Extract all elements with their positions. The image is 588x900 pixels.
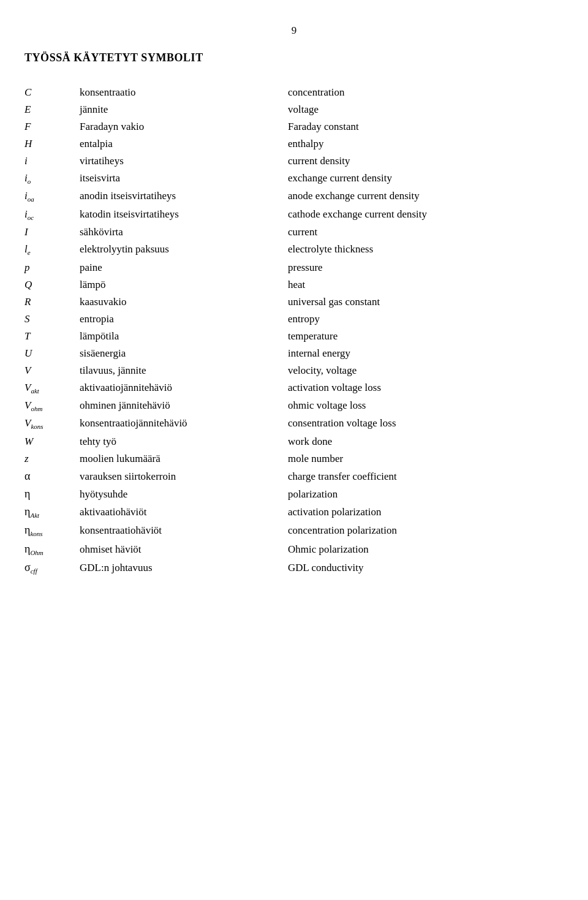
finnish-cell: tehty työ xyxy=(80,433,288,450)
symbol-cell: Q xyxy=(24,276,80,293)
finnish-cell: aktivaatiohäviöt xyxy=(80,503,288,521)
english-cell: current xyxy=(288,224,564,241)
symbol-cell: Vakt xyxy=(24,379,80,397)
symbol-cell: io xyxy=(24,170,80,187)
english-cell: pressure xyxy=(288,259,564,276)
finnish-cell: konsentraatio xyxy=(80,84,288,101)
english-cell: Ohmic polarization xyxy=(288,540,564,559)
table-row: Tlämpötilatemperature xyxy=(24,328,564,345)
symbol-cell: σcff xyxy=(24,559,80,577)
table-row: leelektrolyytin paksuuselectrolyte thick… xyxy=(24,241,564,259)
finnish-cell: kaasuvakio xyxy=(80,293,288,311)
english-cell: activation polarization xyxy=(288,503,564,521)
english-cell: charge transfer coefficient xyxy=(288,467,564,485)
finnish-cell: lämpötila xyxy=(80,328,288,345)
symbol-cell: H xyxy=(24,135,80,153)
english-cell: concentration polarization xyxy=(288,521,564,540)
symbol-cell: U xyxy=(24,345,80,362)
finnish-cell: entalpia xyxy=(80,135,288,153)
table-row: Sentropiaentropy xyxy=(24,311,564,328)
finnish-cell: konsentraatiojännitehäviö xyxy=(80,415,288,433)
finnish-cell: aktivaatiojännitehäviö xyxy=(80,379,288,397)
table-row: Isähkövirtacurrent xyxy=(24,224,564,241)
table-row: Vkonskonsentraatiojännitehäviöconsentrat… xyxy=(24,415,564,433)
table-row: Wtehty työwork done xyxy=(24,433,564,450)
english-cell: electrolyte thickness xyxy=(288,241,564,259)
english-cell: voltage xyxy=(288,101,564,118)
english-cell: activation voltage loss xyxy=(288,379,564,397)
english-cell: anode exchange current density xyxy=(288,187,564,205)
symbol-cell: W xyxy=(24,433,80,450)
table-row: ppainepressure xyxy=(24,259,564,276)
english-cell: current density xyxy=(288,153,564,170)
finnish-cell: moolien lukumäärä xyxy=(80,450,288,467)
finnish-cell: tilavuus, jännite xyxy=(80,362,288,379)
finnish-cell: katodin itseisvirtatiheys xyxy=(80,206,288,224)
english-cell: heat xyxy=(288,276,564,293)
english-cell: enthalpy xyxy=(288,135,564,153)
finnish-cell: Faradayn vakio xyxy=(80,118,288,135)
symbols-table: CkonsentraatioconcentrationEjännitevolta… xyxy=(24,84,564,577)
english-cell: consentration voltage loss xyxy=(288,415,564,433)
symbol-cell: E xyxy=(24,101,80,118)
symbol-cell: V xyxy=(24,362,80,379)
english-cell: GDL conductivity xyxy=(288,559,564,577)
finnish-cell: sisäenergia xyxy=(80,345,288,362)
symbol-cell: ηAkt xyxy=(24,503,80,521)
table-row: ηhyötysuhdepolarization xyxy=(24,485,564,503)
english-cell: ohmic voltage loss xyxy=(288,397,564,415)
symbol-cell: p xyxy=(24,259,80,276)
table-row: Ckonsentraatioconcentration xyxy=(24,84,564,101)
symbol-cell: η xyxy=(24,485,80,503)
finnish-cell: hyötysuhde xyxy=(80,485,288,503)
table-row: Hentalpiaenthalpy xyxy=(24,135,564,153)
english-cell: velocity, voltage xyxy=(288,362,564,379)
english-cell: universal gas constant xyxy=(288,293,564,311)
symbol-cell: Vohm xyxy=(24,397,80,415)
symbol-cell: ηOhm xyxy=(24,540,80,559)
table-row: Ejännitevoltage xyxy=(24,101,564,118)
symbol-cell: Vkons xyxy=(24,415,80,433)
table-row: zmoolien lukumäärämole number xyxy=(24,450,564,467)
finnish-cell: lämpö xyxy=(80,276,288,293)
symbol-cell: ηkons xyxy=(24,521,80,540)
table-row: Usisäenergiainternal energy xyxy=(24,345,564,362)
table-row: Qlämpöheat xyxy=(24,276,564,293)
table-row: σcffGDL:n johtavuusGDL conductivity xyxy=(24,559,564,577)
table-row: Rkaasuvakiouniversal gas constant xyxy=(24,293,564,311)
symbol-cell: ioa xyxy=(24,187,80,205)
table-row: ηOhmohmiset häviötOhmic polarization xyxy=(24,540,564,559)
symbol-cell: I xyxy=(24,224,80,241)
finnish-cell: GDL:n johtavuus xyxy=(80,559,288,577)
finnish-cell: itseisvirta xyxy=(80,170,288,187)
english-cell: polarization xyxy=(288,485,564,503)
finnish-cell: virtatiheys xyxy=(80,153,288,170)
table-row: αvarauksen siirtokerroincharge transfer … xyxy=(24,467,564,485)
table-row: iockatodin itseisvirtatiheyscathode exch… xyxy=(24,206,564,224)
english-cell: temperature xyxy=(288,328,564,345)
symbol-cell: C xyxy=(24,84,80,101)
finnish-cell: entropia xyxy=(80,311,288,328)
table-row: ivirtatiheyscurrent density xyxy=(24,153,564,170)
page-number: 9 xyxy=(24,25,564,37)
table-row: ioitseisvirtaexchange current density xyxy=(24,170,564,187)
finnish-cell: varauksen siirtokerroin xyxy=(80,467,288,485)
finnish-cell: ohmiset häviöt xyxy=(80,540,288,559)
table-row: ioaanodin itseisvirtatiheysanode exchang… xyxy=(24,187,564,205)
english-cell: entropy xyxy=(288,311,564,328)
finnish-cell: jännite xyxy=(80,101,288,118)
finnish-cell: ohminen jännitehäviö xyxy=(80,397,288,415)
symbol-cell: le xyxy=(24,241,80,259)
english-cell: internal energy xyxy=(288,345,564,362)
finnish-cell: elektrolyytin paksuus xyxy=(80,241,288,259)
symbol-cell: R xyxy=(24,293,80,311)
symbol-cell: z xyxy=(24,450,80,467)
symbol-cell: T xyxy=(24,328,80,345)
finnish-cell: sähkövirta xyxy=(80,224,288,241)
table-row: Vohmohminen jännitehäviöohmic voltage lo… xyxy=(24,397,564,415)
symbol-cell: S xyxy=(24,311,80,328)
english-cell: Faraday constant xyxy=(288,118,564,135)
finnish-cell: konsentraatiohäviöt xyxy=(80,521,288,540)
english-cell: mole number xyxy=(288,450,564,467)
finnish-cell: paine xyxy=(80,259,288,276)
